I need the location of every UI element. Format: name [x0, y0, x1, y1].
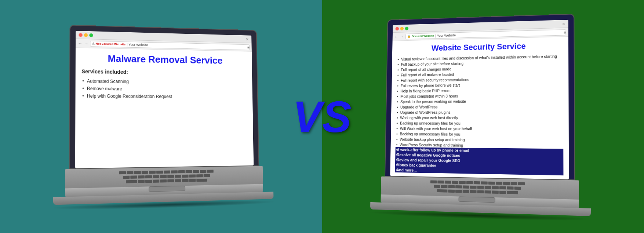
list-item: Working with your web host directly: [396, 115, 563, 120]
left-separator: |: [127, 43, 127, 46]
left-warning-icon: ⚠: [92, 42, 94, 45]
left-tl-red: [79, 33, 82, 36]
left-laptop: ✕ ← → ⚠ Not Secured Website | Your Websi…: [49, 24, 277, 211]
left-forward-btn[interactable]: →: [84, 41, 88, 46]
laptop-right-body: ✕ ← → 🔒 Secured Website | Your Website ≡: [367, 13, 595, 222]
laptop-left-body: ✕ ← → ⚠ Not Secured Website | Your Websi…: [49, 24, 277, 211]
left-back-btn[interactable]: ←: [78, 40, 82, 45]
list-item: Backing up unnecessary files for you: [396, 120, 563, 126]
left-tl-green: [89, 33, 93, 37]
left-site-name: Your Website: [128, 43, 148, 47]
right-traffic-lights: [396, 26, 409, 30]
right-browser-content: Website Security Service Visual review o…: [390, 37, 569, 179]
vs-container: VS: [292, 95, 351, 139]
right-trackpad: [459, 197, 495, 203]
right-content-title: Website Security Service: [397, 40, 563, 54]
right-laptop: ✕ ← → 🔒 Secured Website | Your Website ≡: [367, 13, 595, 222]
vs-label: VS: [292, 95, 351, 139]
left-trackpad: [149, 186, 185, 192]
right-tl-yellow: [400, 26, 404, 30]
right-forward-btn[interactable]: →: [400, 34, 404, 39]
list-item: Upgrade of WordPress: [396, 103, 563, 109]
left-screen-inner: ✕ ← → ⚠ Not Secured Website | Your Websi…: [75, 31, 254, 168]
right-tl-green: [405, 26, 409, 30]
list-item: Remove malware: [81, 85, 247, 94]
list-item: Speak to the person working on website: [396, 98, 563, 104]
left-tl-yellow: [84, 33, 88, 37]
right-menu-icon[interactable]: ≡: [564, 30, 566, 34]
right-back-btn[interactable]: ←: [395, 34, 399, 39]
right-screen-inner: ✕ ← → 🔒 Secured Website | Your Website ≡: [390, 20, 569, 179]
left-screen-outer: ✕ ← → ⚠ Not Secured Website | Your Websi…: [69, 25, 259, 169]
left-close-x[interactable]: ✕: [245, 37, 249, 41]
right-screen-outer: ✕ ← → 🔒 Secured Website | Your Website ≡: [385, 14, 575, 180]
right-site-name: Your Website: [437, 33, 456, 37]
right-security-label: Secured Website: [412, 34, 434, 38]
left-traffic-lights: [79, 33, 93, 37]
right-close-x[interactable]: ✕: [562, 21, 565, 26]
left-content-title: Malware Removal Service: [81, 52, 246, 66]
right-content-list: Visual review of account files and discu…: [395, 53, 564, 175]
right-lock-icon: 🔒: [407, 34, 411, 38]
left-security-label: Not Secured Website: [96, 42, 125, 46]
right-tl-red: [396, 27, 399, 30]
left-content-subtitle: Services included:: [81, 68, 247, 76]
scene: ✕ ← → ⚠ Not Secured Website | Your Websi…: [0, 0, 644, 233]
list-item: Upgrade of WordPress plugins: [396, 109, 563, 115]
list-item: Help with Google Reconsideration Request: [81, 92, 247, 101]
left-browser-content: Malware Removal Service Services include…: [75, 48, 254, 168]
left-content-list: Automated Scanning Remove malware Help w…: [81, 77, 247, 100]
left-menu-icon[interactable]: ≡: [247, 45, 250, 49]
right-separator: |: [435, 34, 436, 37]
